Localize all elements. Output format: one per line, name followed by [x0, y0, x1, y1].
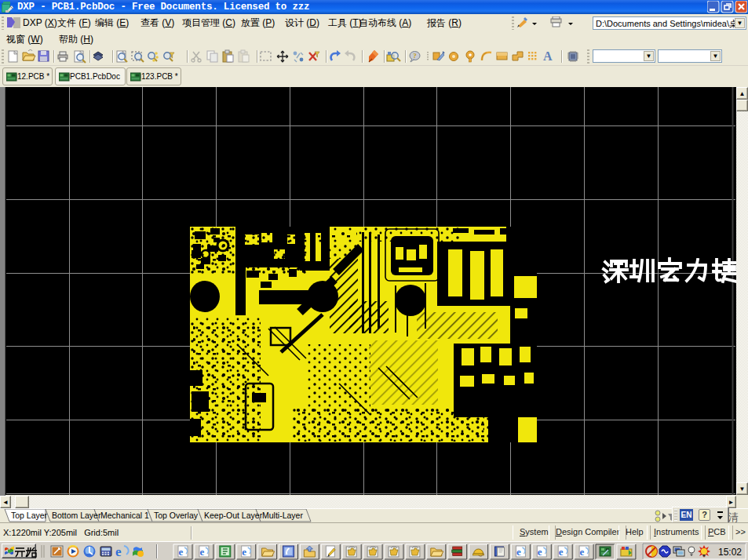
- svg-text:Top Layer: Top Layer: [11, 511, 48, 520]
- svg-text:Bottom Layer: Bottom Layer: [52, 511, 101, 520]
- svg-text:A: A: [543, 49, 553, 63]
- svg-text:15:02: 15:02: [718, 547, 742, 558]
- svg-text:Mechanical 1: Mechanical 1: [100, 511, 149, 520]
- svg-text:Multi-Layer: Multi-Layer: [262, 511, 303, 520]
- svg-text:Keep-Out Layer: Keep-Out Layer: [204, 511, 263, 520]
- svg-text:?: ?: [413, 52, 417, 60]
- svg-text:Top Overlay: Top Overlay: [154, 511, 199, 520]
